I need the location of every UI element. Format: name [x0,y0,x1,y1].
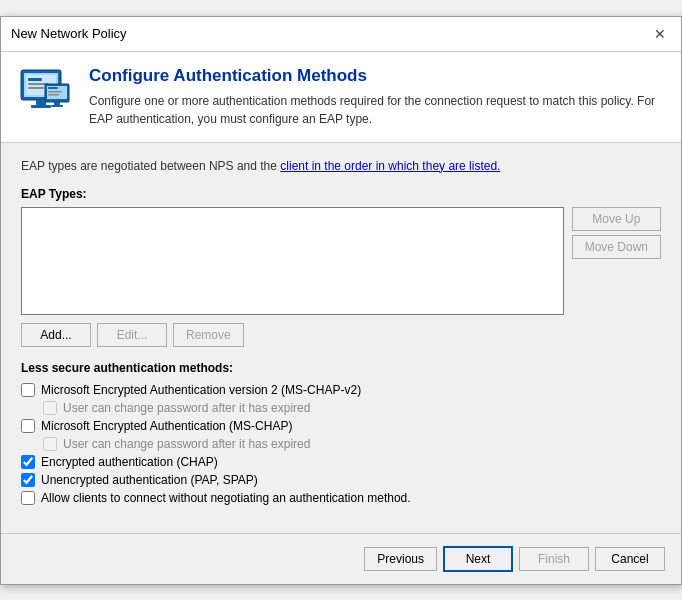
svg-rect-11 [48,91,62,93]
dialog-window: New Network Policy ✕ [0,16,682,585]
checkbox-no-negotiate-label: Allow clients to connect without negotia… [41,491,411,505]
add-button[interactable]: Add... [21,323,91,347]
checkbox-ms-chap-v2-sub[interactable] [43,401,57,415]
checkbox-ms-chap-v2-sub-label: User can change password after it has ex… [63,401,310,415]
svg-rect-3 [28,78,42,81]
cancel-button[interactable]: Cancel [595,547,665,571]
title-bar: New Network Policy ✕ [1,17,681,52]
checkbox-ms-chap-label: Microsoft Encrypted Authentication (MS-C… [41,419,292,433]
info-text: EAP types are negotiated between NPS and… [21,157,661,175]
move-down-button[interactable]: Move Down [572,235,661,259]
checkbox-ms-chap-sub-label: User can change password after it has ex… [63,437,310,451]
close-button[interactable]: ✕ [649,23,671,45]
checkbox-pap-spap-label: Unencrypted authentication (PAP, SPAP) [41,473,258,487]
sub-ms-chap-v2: User can change password after it has ex… [43,401,661,415]
checkbox-chap-row: Encrypted authentication (CHAP) [21,455,661,469]
svg-rect-7 [31,105,51,108]
add-edit-remove-row: Add... Edit... Remove [21,323,661,347]
checkbox-ms-chap-v2-sub-row: User can change password after it has ex… [43,401,661,415]
finish-button[interactable]: Finish [519,547,589,571]
previous-button[interactable]: Previous [364,547,437,571]
checkbox-ms-chap-v2-row: Microsoft Encrypted Authentication versi… [21,383,661,397]
eap-listbox[interactable] [21,207,564,315]
checkbox-ms-chap-sub[interactable] [43,437,57,451]
svg-rect-14 [51,105,63,107]
svg-rect-13 [54,102,60,105]
checkbox-chap-label: Encrypted authentication (CHAP) [41,455,218,469]
header-section: Configure Authentication Methods Configu… [1,52,681,143]
eap-area: Move Up Move Down [21,207,661,315]
eap-types-label: EAP Types: [21,187,661,201]
checkbox-ms-chap-v2-label: Microsoft Encrypted Authentication versi… [41,383,361,397]
checkbox-no-negotiate-row: Allow clients to connect without negotia… [21,491,661,505]
checkbox-ms-chap-row: Microsoft Encrypted Authentication (MS-C… [21,419,661,433]
header-text: Configure Authentication Methods Configu… [89,66,665,128]
highlight-text: client in the order in which they are li… [280,159,500,173]
checkbox-ms-chap[interactable] [21,419,35,433]
checkbox-ms-chap-sub-row: User can change password after it has ex… [43,437,661,451]
checkbox-chap[interactable] [21,455,35,469]
svg-rect-10 [48,87,58,89]
checkbox-pap-spap[interactable] [21,473,35,487]
checkbox-pap-row: Unencrypted authentication (PAP, SPAP) [21,473,661,487]
move-up-button[interactable]: Move Up [572,207,661,231]
remove-button[interactable]: Remove [173,323,244,347]
footer: Previous Next Finish Cancel [1,533,681,584]
next-button[interactable]: Next [443,546,513,572]
header-title: Configure Authentication Methods [89,66,665,86]
dialog-title: New Network Policy [11,26,127,41]
main-content: EAP types are negotiated between NPS and… [1,143,681,523]
eap-move-buttons: Move Up Move Down [572,207,661,315]
edit-button[interactable]: Edit... [97,323,167,347]
svg-rect-5 [28,87,44,89]
less-secure-label: Less secure authentication methods: [21,361,661,375]
checkbox-no-negotiate[interactable] [21,491,35,505]
computer-icon [17,66,73,122]
sub-ms-chap: User can change password after it has ex… [43,437,661,451]
svg-rect-12 [48,94,59,96]
header-description: Configure one or more authentication met… [89,92,665,128]
checkbox-ms-chap-v2[interactable] [21,383,35,397]
